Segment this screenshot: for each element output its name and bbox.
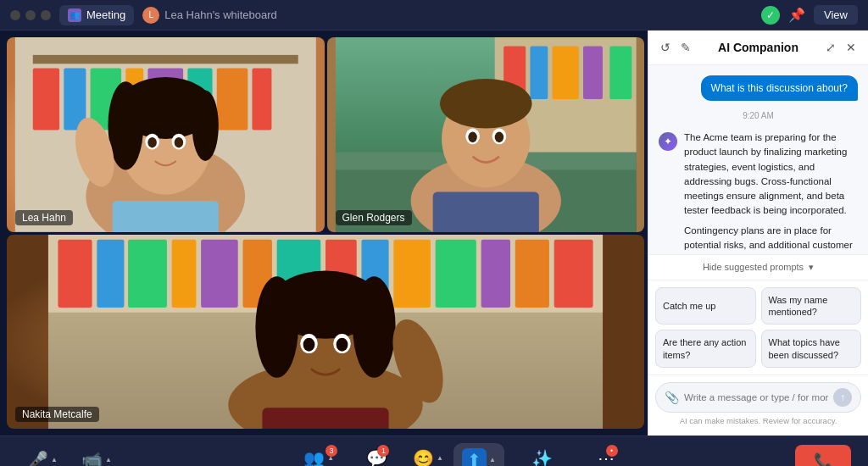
send-button[interactable]: ↑ — [833, 388, 852, 407]
chat-tool[interactable]: 💬 1 Chat — [352, 443, 403, 467]
ai-para-2: Contingency plans are in place for poten… — [684, 224, 858, 254]
status-indicator: ✓ — [761, 6, 780, 25]
ai-refresh-button[interactable]: ↺ — [659, 39, 672, 56]
ai-header-icons-right: ⤢ ✕ — [824, 39, 858, 56]
toolbar-left: 🎤 ▲ Audio 📹 ▲ Video — [17, 445, 122, 467]
svg-rect-29 — [583, 46, 603, 99]
svg-point-59 — [353, 276, 395, 377]
nakita-name-label: Nakita Metcalfe — [15, 407, 99, 422]
ai-companion-tool[interactable]: ✨ AI Companion — [504, 443, 581, 467]
svg-rect-45 — [201, 239, 238, 307]
svg-rect-51 — [436, 239, 476, 307]
svg-rect-28 — [552, 46, 578, 99]
svg-rect-30 — [609, 46, 632, 99]
svg-point-58 — [255, 276, 298, 377]
video-tile-nakita: Nakita Metcalfe — [7, 235, 644, 430]
chat-badge: 1 — [377, 445, 389, 457]
pin-icon: 📌 — [788, 7, 805, 23]
svg-rect-9 — [217, 69, 248, 130]
ai-panel-title: AI Companion — [693, 41, 824, 54]
prompts-grid: Catch me up Was my name mentioned? Are t… — [648, 280, 868, 374]
prompt-catch-me-up[interactable]: Catch me up — [655, 287, 756, 325]
svg-point-33 — [440, 79, 531, 128]
glen-name-label: Glen Rodgers — [336, 210, 412, 225]
prompt-action-items[interactable]: Are there any action items? — [655, 330, 756, 368]
prompt-name-mentioned[interactable]: Was my name mentioned? — [761, 287, 862, 325]
ai-response: ✦ The Acme team is preparing for the pro… — [659, 130, 858, 254]
whiteboard-tab-label: Lea Hahn's whiteboard — [164, 8, 277, 21]
close-dot — [10, 10, 20, 20]
toolbar: 🎤 ▲ Audio 📹 ▲ Video 👥 3 — [0, 435, 868, 466]
video-tile-lea: Lea Hahn — [7, 37, 325, 232]
minimize-dot — [25, 10, 36, 20]
audio-tool[interactable]: 🎤 ▲ Audio — [17, 445, 68, 467]
audio-icon-group: 🎤 ▲ — [27, 450, 58, 467]
react-icon-group: 😊 ▲ — [413, 448, 443, 467]
svg-point-15 — [192, 91, 219, 161]
lea-name-label: Lea Hahn — [15, 210, 73, 225]
meeting-tab-label: Meeting — [86, 8, 125, 21]
whiteboard-tab[interactable]: L Lea Hahn's whiteboard — [142, 7, 277, 24]
svg-point-63 — [337, 337, 348, 351]
more-badge: • — [606, 445, 618, 457]
video-icon-group: 📹 ▲ — [81, 450, 112, 467]
svg-rect-2 — [33, 55, 298, 64]
svg-point-37 — [494, 132, 503, 143]
main-layout: Lea Hahn — [0, 31, 868, 435]
ai-popout-button[interactable]: ⤢ — [824, 39, 837, 56]
svg-rect-42 — [97, 239, 124, 307]
video-caret: ▲ — [105, 456, 112, 463]
svg-rect-38 — [432, 192, 538, 232]
more-tool[interactable]: ⋯ • More — [581, 443, 632, 467]
ai-avatar-icon: ✦ — [659, 132, 677, 151]
camera-icon: 📹 — [81, 450, 103, 467]
svg-point-20 — [175, 137, 183, 148]
svg-rect-10 — [252, 69, 271, 130]
ai-companion-icon-group: ✨ — [531, 448, 553, 467]
svg-rect-54 — [554, 239, 593, 307]
message-input-field[interactable] — [684, 392, 828, 402]
meeting-icon: 👥 — [68, 8, 81, 22]
ai-disclaimer: AI can make mistakes. Review for accurac… — [655, 413, 861, 429]
more-icon-group: ⋯ • — [598, 448, 615, 467]
svg-rect-44 — [172, 239, 197, 307]
ai-response-text: The Acme team is preparing for the produ… — [684, 130, 858, 254]
ai-para-1: The Acme team is preparing for the produ… — [684, 130, 858, 219]
meeting-tab[interactable]: 👥 Meeting — [59, 5, 134, 25]
svg-rect-43 — [128, 239, 167, 307]
react-tool[interactable]: 😊 ▲ React — [403, 443, 453, 467]
window-controls — [10, 10, 51, 20]
svg-rect-27 — [530, 46, 548, 99]
share-caret: ▲ — [489, 456, 496, 463]
prompt-topics-discussed[interactable]: What topics have been discussed? — [761, 330, 862, 368]
prompts-toggle-label: Hide suggested prompts — [703, 262, 804, 272]
svg-point-19 — [147, 137, 156, 148]
chat-icon-group: 💬 1 — [366, 448, 387, 467]
ai-panel: ↺ ✎ AI Companion ⤢ ✕ What is this discus… — [648, 31, 868, 435]
ai-close-button[interactable]: ✕ — [844, 39, 858, 56]
svg-rect-41 — [58, 239, 92, 307]
toolbar-center: 👥 3 ▲ Participants 💬 1 Chat 😊 ▲ — [286, 443, 631, 467]
participants-tool[interactable]: 👥 3 ▲ Participants — [286, 443, 351, 467]
view-button[interactable]: View — [814, 5, 858, 25]
ai-edit-button[interactable]: ✎ — [679, 39, 693, 56]
toolbar-right: 📞 Leave — [795, 445, 851, 467]
video-tile-glen: Glen Rodgers — [327, 37, 645, 232]
ai-sparkle-icon: ✨ — [531, 448, 553, 467]
share-icon-group: ⬆ ▲ — [462, 448, 496, 467]
microphone-icon: 🎤 — [27, 450, 48, 467]
whiteboard-avatar: L — [142, 7, 159, 24]
svg-point-62 — [303, 337, 315, 351]
attach-button[interactable]: 📎 — [665, 391, 679, 404]
leave-button[interactable]: 📞 Leave — [795, 445, 851, 467]
audio-caret: ▲ — [51, 456, 58, 463]
glen-video — [327, 37, 645, 232]
ai-panel-header: ↺ ✎ AI Companion ⤢ ✕ — [648, 31, 868, 65]
share-tool[interactable]: ⬆ ▲ Share — [453, 443, 504, 467]
message-timestamp: 9:20 AM — [659, 111, 858, 120]
ai-messages: What is this discussion about? 9:20 AM ✦… — [648, 65, 868, 254]
video-tool[interactable]: 📹 ▲ Video — [71, 445, 122, 467]
prompts-toggle[interactable]: Hide suggested prompts ▾ — [648, 255, 868, 280]
react-icon: 😊 — [413, 448, 434, 467]
svg-rect-3 — [33, 69, 59, 130]
